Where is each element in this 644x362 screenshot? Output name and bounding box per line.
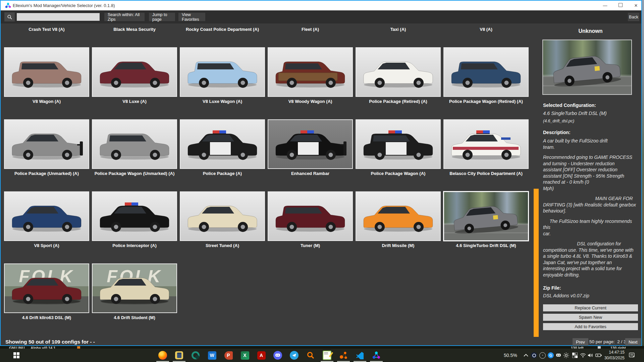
- tray-discord-small-icon[interactable]: [555, 352, 562, 359]
- next-page-button[interactable]: Next: [625, 338, 641, 346]
- search-within-button[interactable]: Search within: All Zips: [104, 13, 145, 21]
- taskbar-icon-mod-manager[interactable]: [372, 351, 381, 360]
- tray-g-app-icon[interactable]: G: [547, 352, 554, 359]
- page-indicator: 2 / 3: [617, 339, 626, 344]
- minimize-button[interactable]: —: [602, 3, 608, 8]
- tray-volume-icon[interactable]: [587, 352, 594, 359]
- tray-chevron-up-icon[interactable]: [523, 352, 529, 359]
- view-favorites-button[interactable]: View Favorites: [178, 13, 205, 21]
- jump-to-page-button[interactable]: Jump to page: [149, 13, 175, 21]
- taskbar-icon-teal-sync[interactable]: [191, 351, 200, 360]
- titlebar: Ellexium's Mod Manager/Vehicle Selector …: [1, 1, 641, 10]
- back-button[interactable]: Back: [628, 13, 639, 21]
- tray-monitor-icon[interactable]: ◔: [539, 352, 546, 359]
- search-button[interactable]: [4, 12, 15, 21]
- taskbar-icon-excel[interactable]: X: [240, 351, 250, 360]
- maximize-button[interactable]: [618, 3, 623, 8]
- taskbar-icon-acrobat[interactable]: A: [257, 351, 266, 360]
- background-window-text: 130 right: [610, 346, 626, 349]
- per-page-label: 50 per page: 2 / 3: [589, 339, 626, 344]
- screen: Ellexium's Mod Manager/Vehicle Selector …: [0, 0, 644, 362]
- background-window-strip: GNU INU Alpha v(0.14.1 130 left 130 righ…: [0, 346, 644, 349]
- app-icon: [5, 2, 11, 9]
- clock-time: 14:47:15: [609, 350, 625, 355]
- taskbar-icon-file-manager[interactable]: [174, 351, 184, 360]
- tray-battery-icon[interactable]: [595, 352, 602, 359]
- background-orange-mark: [77, 346, 80, 349]
- background-window-text: GNU INU Alpha v(0.14.1: [9, 346, 55, 349]
- showing-status: Showing 50 out of 109 configs for - -: [5, 339, 95, 345]
- background-gray-mark: [598, 346, 601, 349]
- taskbar-icon-search[interactable]: [306, 351, 315, 360]
- prev-page-button[interactable]: Prev: [573, 338, 588, 346]
- close-button[interactable]: ✕: [633, 3, 639, 8]
- taskbar-icon-beam-molecule[interactable]: [339, 351, 348, 360]
- taskbar-icon-powerpoint[interactable]: P: [224, 351, 233, 360]
- taskbar-icon-notepad[interactable]: [322, 351, 332, 360]
- taskbar-icon-discord[interactable]: [273, 351, 282, 360]
- background-window-text: 130 left: [571, 346, 584, 349]
- window-title: Ellexium's Mod Manager/Vehicle Selector …: [13, 3, 115, 8]
- tray-brightness-icon[interactable]: [563, 352, 570, 359]
- taskbar-icon-word[interactable]: W: [207, 351, 217, 360]
- clock[interactable]: 14:47:15 30/03/2025: [603, 350, 625, 361]
- tray-wifi-icon[interactable]: [580, 352, 586, 359]
- taskbar: 50.5% 14:47:15 30/03/2025 WPXA◔G: [0, 349, 644, 362]
- clock-date: 30/03/2025: [604, 356, 625, 360]
- tray-window-grid-icon[interactable]: [572, 352, 578, 359]
- taskbar-icon-telegram[interactable]: [289, 351, 299, 360]
- taskbar-icon-firefox[interactable]: [158, 351, 167, 360]
- toolbar: Search within: All Zips Jump to page Vie…: [1, 10, 641, 23]
- start-button[interactable]: [12, 351, 21, 360]
- app-window-border: [0, 0, 642, 346]
- volume-percent-label: 50.5%: [504, 353, 517, 358]
- taskbar-icon-vscode[interactable]: [355, 351, 365, 360]
- grid-scrollbar-thumb[interactable]: [534, 189, 539, 337]
- notification-center-icon[interactable]: [629, 352, 635, 359]
- tray-steam-icon[interactable]: [531, 352, 537, 359]
- search-input[interactable]: [17, 13, 100, 21]
- search-icon: [7, 14, 12, 20]
